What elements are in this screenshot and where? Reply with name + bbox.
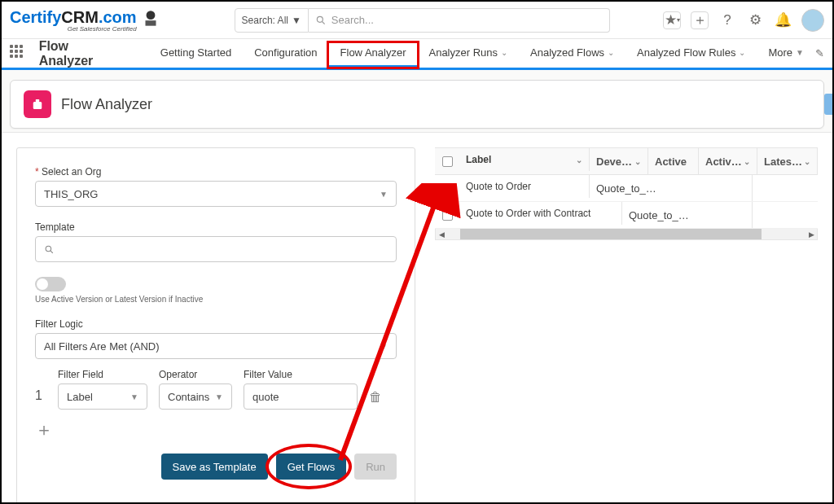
col-label[interactable]: Label⌄ — [459, 148, 590, 171]
template-label: Template — [35, 221, 397, 233]
filter-field-select[interactable]: Label▼ — [58, 383, 147, 410]
setup-gear-icon[interactable]: ⚙ — [746, 11, 764, 29]
help-icon[interactable]: ? — [718, 11, 736, 29]
filter-row-number: 1 — [35, 388, 46, 410]
filter-logic-label: Filter Logic — [35, 318, 397, 330]
get-flows-button[interactable]: Get Flows — [276, 454, 347, 480]
tab-analyzed-flows[interactable]: Analyzed Flows⌄ — [519, 39, 626, 68]
template-search-input[interactable] — [35, 236, 397, 262]
filter-form: Select an Org THIS_ORG▼ Template Use Act… — [16, 147, 415, 504]
row-checkbox[interactable] — [442, 210, 453, 221]
notifications-bell-icon[interactable]: 🔔 — [774, 11, 792, 29]
side-panel-toggle[interactable] — [824, 94, 832, 115]
row-checkbox[interactable] — [442, 183, 453, 194]
filter-operator-label: Operator — [159, 369, 232, 380]
filter-logic-select[interactable]: All Filters Are Met (AND)▼ — [35, 333, 397, 359]
add-button[interactable]: ＋ — [691, 11, 709, 29]
table-row[interactable]: Quote to Order Quote_to_… — [435, 175, 818, 202]
app-launcher-icon[interactable] — [10, 45, 28, 63]
results-table: Label⌄ Deve…⌄ Active Activ…⌄ Lates…⌄ Quo… — [435, 147, 818, 504]
svg-line-3 — [323, 21, 325, 24]
svg-rect-4 — [33, 102, 42, 109]
app-nav: Flow Analyzer Getting Started Configurat… — [2, 39, 832, 70]
filter-value-label: Filter Value — [244, 369, 358, 380]
col-active-version[interactable]: Activ…⌄ — [699, 148, 757, 174]
select-all-checkbox[interactable] — [442, 156, 453, 167]
col-active[interactable]: Active — [648, 148, 699, 174]
app-name: Flow Analyzer — [39, 39, 125, 68]
page-icon — [24, 90, 51, 118]
page-title: Flow Analyzer — [61, 96, 152, 113]
filter-field-label: Filter Field — [58, 369, 147, 380]
tab-analyzed-flow-rules[interactable]: Analyzed Flow Rules⌄ — [626, 39, 757, 68]
tab-more[interactable]: More▼ — [757, 39, 815, 68]
row-dev: Quote_to_… — [590, 175, 753, 201]
add-filter-row-button[interactable]: ＋ — [35, 418, 397, 442]
svg-point-6 — [46, 246, 51, 252]
filter-operator-select[interactable]: Contains▼ — [159, 383, 232, 410]
logo[interactable]: CertifyCRM.com Get Salesforce Certified — [10, 8, 161, 33]
org-label: Select an Org — [35, 166, 397, 177]
favorites-button[interactable]: ★▾ — [663, 11, 681, 29]
tab-analyzer-runs[interactable]: Analyzer Runs⌄ — [417, 39, 519, 68]
col-developer[interactable]: Deve…⌄ — [590, 148, 648, 174]
svg-rect-5 — [36, 99, 40, 102]
svg-line-7 — [50, 251, 53, 253]
svg-point-2 — [317, 16, 323, 22]
tab-flow-analyzer[interactable]: Flow Analyzer — [329, 39, 418, 68]
edit-nav-pencil-icon[interactable]: ✎ — [815, 47, 824, 59]
save-as-template-button[interactable]: Save as Template — [161, 454, 268, 480]
run-button: Run — [354, 454, 397, 480]
search-scope-selector[interactable]: Search: All▼ — [235, 8, 309, 33]
version-toggle-caption: Use Active Version or Latest Version if … — [35, 295, 397, 304]
mascot-icon — [140, 8, 161, 29]
table-row[interactable]: Quote to Order with Contract Quote_to_… — [435, 202, 818, 229]
org-select[interactable]: THIS_ORG▼ — [35, 181, 397, 207]
search-icon — [315, 15, 327, 26]
tab-getting-started[interactable]: Getting Started — [149, 39, 243, 68]
delete-filter-icon[interactable]: 🗑 — [369, 390, 382, 410]
row-label: Quote to Order with Contract — [459, 202, 622, 225]
row-label: Quote to Order — [459, 175, 590, 198]
page-header: Flow Analyzer — [10, 80, 824, 129]
tab-configuration[interactable]: Configuration — [243, 39, 328, 68]
row-dev: Quote_to_… — [622, 202, 753, 228]
horizontal-scrollbar[interactable]: ◀ ▶ — [435, 229, 818, 240]
filter-value-input[interactable]: quote — [244, 383, 358, 410]
svg-point-0 — [146, 11, 155, 20]
col-latest[interactable]: Lates…⌄ — [757, 148, 818, 174]
svg-rect-1 — [145, 20, 156, 25]
version-toggle[interactable] — [35, 277, 66, 291]
global-header: CertifyCRM.com Get Salesforce Certified … — [2, 2, 832, 39]
user-avatar[interactable] — [801, 9, 824, 32]
global-search-input[interactable]: Search... — [309, 8, 610, 33]
search-icon — [44, 244, 55, 255]
